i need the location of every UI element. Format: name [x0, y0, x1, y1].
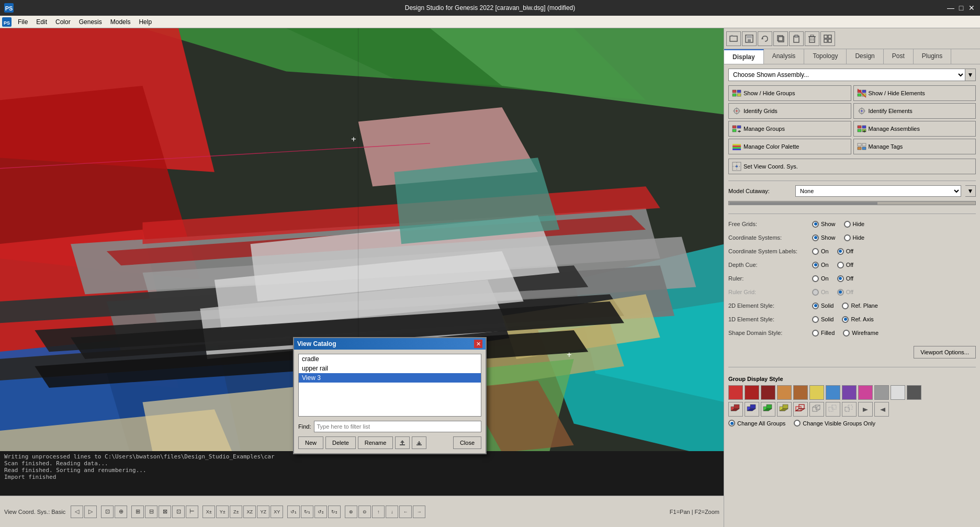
depth-cue-on-radio[interactable]	[812, 262, 819, 268]
element-style-2d-refplane-radio[interactable]	[842, 302, 849, 309]
identify-grids-btn[interactable]: Identify Grids	[728, 103, 851, 119]
shape-domain-filled[interactable]: Filled	[812, 330, 835, 337]
free-grids-show[interactable]: Show	[812, 221, 836, 228]
toolbar-zoom-fit[interactable]: ⊕	[115, 506, 127, 518]
close-dialog-button[interactable]: Close	[453, 436, 481, 449]
coord-labels-off[interactable]: Off	[837, 248, 853, 255]
toolbar-yz[interactable]: YZ	[257, 506, 269, 518]
color-swatch-purple1[interactable]	[842, 385, 857, 400]
dialog-title-bar[interactable]: View Catalog ✕	[294, 338, 486, 350]
delete-button[interactable]: Delete	[325, 436, 356, 449]
toolbar-fit[interactable]: ⊡	[101, 506, 114, 518]
assembly-select[interactable]: Choose Shown Assembly...	[728, 69, 965, 81]
manage-color-palette-btn[interactable]: Manage Color Palette	[728, 139, 851, 154]
tab-post[interactable]: Post	[884, 49, 914, 64]
toolbar-view3[interactable]: ⊠	[159, 506, 171, 518]
toolbar-y[interactable]: Y±	[216, 506, 229, 518]
new-button[interactable]: New	[298, 436, 323, 449]
tab-design[interactable]: Design	[847, 49, 883, 64]
style-icon-arrow2[interactable]	[874, 402, 889, 417]
ruler-off[interactable]: Off	[837, 275, 853, 282]
coord-systems-show[interactable]: Show	[812, 234, 836, 241]
ruler-on-radio[interactable]	[812, 275, 819, 282]
depth-cue-on[interactable]: On	[812, 262, 829, 268]
cutaway-select[interactable]: None	[795, 185, 961, 197]
menu-help[interactable]: Help	[134, 17, 156, 27]
scroll-thumb[interactable]	[729, 202, 877, 205]
toolbar-m4[interactable]: →	[413, 506, 425, 518]
toolbar-xz[interactable]: XZ	[243, 506, 256, 518]
color-swatch-white1[interactable]	[891, 385, 905, 400]
toolbar-m1[interactable]: ↑	[372, 506, 385, 518]
depth-cue-off-radio[interactable]	[837, 262, 844, 268]
toolbar-view5[interactable]: ⊢	[186, 506, 198, 518]
style-icon-box7[interactable]	[826, 402, 840, 417]
catalog-item-upper-rail[interactable]: upper rail	[299, 364, 481, 373]
tab-analysis[interactable]: Analysis	[764, 49, 805, 64]
ruler-on[interactable]: On	[812, 275, 829, 282]
color-swatch-dark1[interactable]	[907, 385, 921, 400]
panel-tool-open[interactable]	[726, 31, 741, 46]
tab-topology[interactable]: Topology	[804, 49, 847, 64]
toolbar-r3[interactable]: ↺₂	[314, 506, 327, 518]
element-style-1d-refaxis-radio[interactable]	[842, 316, 849, 323]
color-swatch-red1[interactable]	[728, 385, 743, 400]
toolbar-forward[interactable]: ▷	[84, 506, 97, 518]
element-style-1d-refaxis[interactable]: Ref. Axis	[842, 316, 873, 323]
coord-systems-hide[interactable]: Hide	[844, 234, 865, 241]
viewport[interactable]: Z X Y + + Writing unprocessed lines to C…	[0, 28, 724, 527]
toolbar-scale1[interactable]: ⊕	[345, 506, 357, 518]
style-icon-box8[interactable]	[842, 402, 857, 417]
shape-domain-wireframe[interactable]: Wireframe	[843, 330, 878, 337]
color-swatch-orange2[interactable]	[793, 385, 808, 400]
tab-display[interactable]: Display	[724, 49, 764, 64]
color-swatch-yellow1[interactable]	[809, 385, 824, 400]
show-hide-groups-btn[interactable]: Show / Hide Groups	[728, 85, 851, 101]
color-swatch-red2[interactable]	[745, 385, 759, 400]
show-hide-elements-btn[interactable]: Show / Hide Elements	[853, 85, 976, 101]
color-swatch-pink1[interactable]	[858, 385, 873, 400]
toolbar-r4[interactable]: ↻₂	[328, 506, 341, 518]
coord-labels-on-radio[interactable]	[812, 248, 819, 255]
viewport-options-btn[interactable]: Viewport Options...	[914, 346, 976, 358]
menu-edit[interactable]: Edit	[32, 17, 51, 27]
toolbar-m3[interactable]: ←	[399, 506, 412, 518]
panel-tool-view[interactable]	[820, 31, 835, 46]
find-input[interactable]	[314, 421, 481, 432]
toolbar-z[interactable]: Z±	[230, 506, 242, 518]
change-visible-groups[interactable]: Change Visible Groups Only	[794, 420, 875, 427]
cutaway-dropdown-btn[interactable]: ▼	[965, 185, 976, 197]
panel-tool-undo[interactable]	[758, 31, 772, 46]
change-all-groups[interactable]: Change All Groups	[728, 420, 785, 427]
catalog-item-view3[interactable]: View 3	[299, 373, 481, 383]
coord-labels-off-radio[interactable]	[837, 248, 844, 255]
dialog-close-button[interactable]: ✕	[474, 340, 482, 348]
panel-tool-paste[interactable]	[789, 31, 804, 46]
style-icon-box3[interactable]	[761, 402, 775, 417]
manage-tags-btn[interactable]: Manage Tags	[853, 139, 976, 154]
toolbar-back[interactable]: ◁	[71, 506, 83, 518]
shape-domain-wireframe-radio[interactable]	[843, 330, 850, 337]
color-swatch-blue1[interactable]	[826, 385, 840, 400]
depth-cue-off[interactable]: Off	[837, 262, 853, 268]
panel-tool-delete[interactable]	[805, 31, 819, 46]
change-visible-groups-radio[interactable]	[794, 420, 801, 427]
style-icon-box5[interactable]	[793, 402, 808, 417]
upload-button[interactable]	[395, 436, 410, 449]
toolbar-view2[interactable]: ⊟	[145, 506, 157, 518]
coord-systems-show-radio[interactable]	[812, 234, 819, 241]
toolbar-r1[interactable]: ↺₁	[287, 506, 300, 518]
rename-button[interactable]: Rename	[358, 436, 393, 449]
menu-file[interactable]: File	[14, 17, 32, 27]
panel-tool-copy[interactable]	[773, 31, 788, 46]
toolbar-m2[interactable]: ↓	[386, 506, 398, 518]
ruler-off-radio[interactable]	[837, 275, 844, 282]
style-icon-box4[interactable]	[777, 402, 792, 417]
coord-labels-on[interactable]: On	[812, 248, 829, 255]
change-all-groups-radio[interactable]	[728, 420, 735, 427]
toolbar-view1[interactable]: ⊞	[131, 506, 144, 518]
style-icon-arrow1[interactable]	[858, 402, 873, 417]
element-style-2d-solid[interactable]: Solid	[812, 302, 833, 309]
element-style-1d-solid-radio[interactable]	[812, 316, 819, 323]
free-grids-hide-radio[interactable]	[844, 221, 851, 228]
